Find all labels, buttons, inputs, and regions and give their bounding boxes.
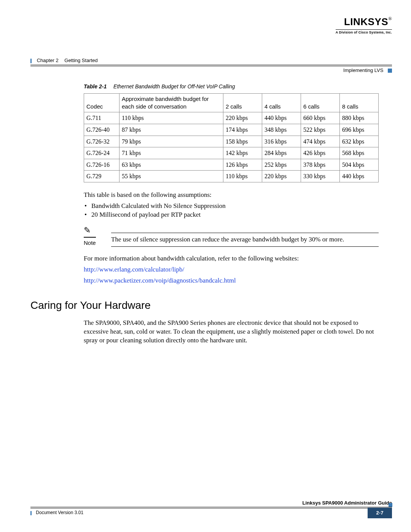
cell-4calls: 316 kbps [262, 136, 301, 147]
list-item: Bandwidth Calculated with No Silence Sup… [91, 202, 379, 211]
cell-4calls: 252 kbps [262, 159, 301, 171]
content-area: Table 2-1 Ethernet Bandwidth Budget for … [84, 83, 379, 345]
registered-mark: ® [388, 16, 392, 21]
note-icon-area: ✎ Note [84, 225, 103, 247]
more-info-text: For more information about bandwidth cal… [84, 254, 379, 263]
cell-6calls: 330 kbps [301, 171, 340, 182]
cell-codec: G.726-24 [84, 147, 119, 159]
doc-version: Document Version 3.01 [36, 510, 83, 515]
th-6calls: 6 calls [301, 93, 340, 112]
note-block: ✎ Note The use of silence suppression ca… [84, 225, 379, 247]
footer-bottom: Document Version 3.01 2-7 [30, 508, 392, 518]
chapter-number: Chapter 2 [37, 58, 59, 63]
cell-6calls: 378 kbps [301, 159, 340, 171]
cell-6calls: 426 kbps [301, 147, 340, 159]
table-caption: Table 2-1 Ethernet Bandwidth Budget for … [84, 83, 379, 90]
cell-bw: 63 kbps [119, 159, 223, 171]
cell-2calls: 126 kbps [223, 159, 262, 171]
table-row: G.726-16 63 kbps 126 kbps 252 kbps 378 k… [84, 159, 379, 171]
th-2calls: 2 calls [223, 93, 262, 112]
caring-paragraph: The SPA9000, SPA400, and the SPA900 Seri… [84, 319, 379, 345]
chapter-bar-icon [30, 59, 32, 63]
bandwidth-table: Codec Approximate bandwidth budget for e… [84, 93, 379, 182]
cell-6calls: 522 kbps [301, 124, 340, 136]
cell-6calls: 474 kbps [301, 136, 340, 147]
logo-subtitle: A Division of Cisco Systems, Inc. [336, 29, 392, 35]
section-heading-caring: Caring for Your Hardware [30, 298, 379, 313]
page-number-box: 2-7 [368, 508, 392, 518]
th-8calls: 8 calls [340, 93, 379, 112]
table-row: G.726-24 71 kbps 142 kbps 284 kbps 426 k… [84, 147, 379, 159]
list-item: 20 Millisecond of payload per RTP packet [91, 211, 379, 219]
cell-4calls: 440 kbps [262, 112, 301, 124]
cell-8calls: 696 kbps [340, 124, 379, 136]
cell-8calls: 568 kbps [340, 147, 379, 159]
cell-8calls: 632 kbps [340, 136, 379, 147]
assumptions-list: Bandwidth Calculated with No Silence Sup… [84, 202, 379, 219]
footer-square-icon [389, 503, 392, 507]
body-text: This table is based on the following ass… [84, 191, 379, 285]
packetizer-link[interactable]: http://www.packetizer.com/voip/diagnosti… [84, 277, 236, 284]
table-row: G.711 110 kbps 220 kbps 440 kbps 660 kbp… [84, 112, 379, 124]
cell-bw: 55 kbps [119, 171, 223, 182]
footer-guide-title: Linksys SPA9000 Administrator Guide [30, 500, 392, 508]
page: LINKSYS® A Division of Cisco Systems, In… [0, 0, 411, 532]
cell-4calls: 220 kbps [262, 171, 301, 182]
erlang-link[interactable]: http://www.erlang.com/calculator/lipb/ [84, 266, 184, 273]
th-codec: Codec [84, 93, 119, 112]
note-label: Note [84, 239, 103, 247]
table-number: Table 2-1 [84, 83, 107, 89]
chapter-line: Chapter 2 Getting Started [30, 57, 392, 65]
cell-bw: 71 kbps [119, 147, 223, 159]
table-row: G.729 55 kbps 110 kbps 220 kbps 330 kbps… [84, 171, 379, 182]
cell-2calls: 174 kbps [223, 124, 262, 136]
cell-6calls: 660 kbps [301, 112, 340, 124]
assumptions-intro: This table is based on the following ass… [84, 191, 379, 200]
note-text: The use of silence suppression can reduc… [111, 233, 379, 247]
table-row: G.726-40 87 kbps 174 kbps 348 kbps 522 k… [84, 124, 379, 136]
cell-codec: G.726-40 [84, 124, 119, 136]
cell-codec: G.726-32 [84, 136, 119, 147]
table-header-row: Codec Approximate bandwidth budget for e… [84, 93, 379, 112]
section-line: Implementing LVS [30, 66, 392, 74]
cell-bw: 110 kbps [119, 112, 223, 124]
cell-codec: G.726-16 [84, 159, 119, 171]
cell-8calls: 880 kbps [340, 112, 379, 124]
footer-left: Document Version 3.01 [30, 508, 83, 518]
th-4calls: 4 calls [262, 93, 301, 112]
table-title: Ethernet Bandwidth Budget for Off-Net Vo… [113, 83, 235, 89]
cell-2calls: 158 kbps [223, 136, 262, 147]
cell-2calls: 110 kbps [223, 171, 262, 182]
linksys-logo: LINKSYS® A Division of Cisco Systems, In… [336, 15, 392, 35]
cell-codec: G.729 [84, 171, 119, 182]
cell-codec: G.711 [84, 112, 119, 124]
cell-4calls: 284 kbps [262, 147, 301, 159]
cell-2calls: 142 kbps [223, 147, 262, 159]
table-row: G.726-32 79 kbps 158 kbps 316 kbps 474 k… [84, 136, 379, 147]
th-bandwidth: Approximate bandwidth budget for each si… [119, 93, 223, 112]
cell-bw: 79 kbps [119, 136, 223, 147]
section-square-icon [388, 69, 392, 73]
footer-bar-icon [30, 511, 32, 515]
cell-8calls: 504 kbps [340, 159, 379, 171]
section-title: Implementing LVS [343, 67, 383, 73]
page-footer: Linksys SPA9000 Administrator Guide Docu… [30, 500, 392, 518]
logo-word: LINKSYS [344, 16, 388, 27]
cell-8calls: 440 kbps [340, 171, 379, 182]
page-number: 2-7 [376, 510, 384, 516]
cell-2calls: 220 kbps [223, 112, 262, 124]
cell-bw: 87 kbps [119, 124, 223, 136]
page-header: LINKSYS® A Division of Cisco Systems, In… [30, 15, 392, 42]
chapter-title: Getting Started [64, 58, 97, 63]
cell-4calls: 348 kbps [262, 124, 301, 136]
pencil-icon: ✎ [84, 225, 96, 238]
